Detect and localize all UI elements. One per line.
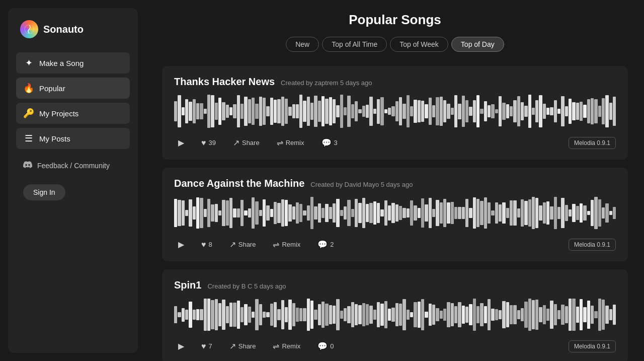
share-button-1[interactable]: ↗ Share bbox=[229, 136, 264, 150]
like-count-1: 39 bbox=[209, 139, 216, 147]
make-song-icon: ✦ bbox=[23, 57, 34, 68]
play-icon-3: ▶ bbox=[178, 341, 184, 351]
play-button-3[interactable]: ▶ bbox=[174, 339, 188, 353]
tab-top-of-week[interactable]: Top of Week bbox=[390, 37, 448, 52]
song-actions-3: ▶ ♥ 7 ↗ Share ⇌ Remix 💬 0 Melodia 0.9.1 bbox=[174, 339, 616, 353]
heart-icon-1: ♥ bbox=[201, 138, 206, 148]
like-button-3[interactable]: ♥ 7 bbox=[197, 340, 216, 353]
like-count-2: 8 bbox=[209, 241, 212, 248]
comment-button-3[interactable]: 💬 0 bbox=[313, 339, 338, 353]
song-meta-2: Created by David Mayo 5 days ago bbox=[310, 181, 413, 188]
song-header-3: Spin1 Created by B C 5 days ago bbox=[174, 279, 616, 291]
feedback-label: Feedback / Community bbox=[37, 162, 110, 170]
comment-icon-1: 💬 bbox=[321, 138, 332, 148]
projects-label: My Projects bbox=[39, 109, 78, 118]
remix-label-3: Remix bbox=[282, 342, 300, 350]
make-song-label: Make a Song bbox=[39, 59, 84, 67]
share-label-1: Share bbox=[242, 139, 260, 147]
remix-button-1[interactable]: ⇌ Remix bbox=[273, 136, 308, 150]
remix-icon-2: ⇌ bbox=[273, 240, 279, 249]
remix-button-2[interactable]: ⇌ Remix bbox=[269, 238, 304, 251]
share-button-2[interactable]: ↗ Share bbox=[225, 238, 260, 251]
posts-icon: ☰ bbox=[23, 133, 34, 144]
share-label-2: Share bbox=[238, 241, 256, 248]
comment-count-2: 2 bbox=[330, 241, 334, 248]
model-badge-1: Melodia 0.9.1 bbox=[569, 137, 616, 149]
model-badge-2: Melodia 0.9.1 bbox=[569, 239, 616, 251]
play-button-1[interactable]: ▶ bbox=[174, 136, 188, 150]
waveform-1 bbox=[174, 94, 616, 129]
like-count-3: 7 bbox=[209, 342, 212, 350]
like-button-2[interactable]: ♥ 8 bbox=[197, 238, 216, 251]
tab-new[interactable]: New bbox=[286, 37, 319, 52]
song-header-1: Thanks Hacker News Created by zaptrem 5 … bbox=[174, 76, 616, 88]
comment-icon-2: 💬 bbox=[317, 240, 328, 249]
sidebar-item-make-a-song[interactable]: ✦ Make a Song bbox=[16, 52, 130, 74]
remix-icon-3: ⇌ bbox=[273, 341, 279, 351]
remix-label-2: Remix bbox=[282, 241, 300, 248]
song-actions-1: ▶ ♥ 39 ↗ Share ⇌ Remix 💬 3 Melodia 0.9.1 bbox=[174, 136, 616, 150]
posts-label: My Posts bbox=[39, 134, 70, 143]
remix-button-3[interactable]: ⇌ Remix bbox=[269, 339, 304, 353]
like-button-1[interactable]: ♥ 39 bbox=[197, 136, 220, 150]
remix-label-1: Remix bbox=[286, 139, 304, 147]
filter-tabs: New Top of All Time Top of Week Top of D… bbox=[162, 37, 628, 52]
play-icon-2: ▶ bbox=[178, 240, 184, 249]
feedback-community-button[interactable]: Feedback / Community bbox=[16, 155, 130, 176]
comment-button-2[interactable]: 💬 2 bbox=[313, 238, 338, 251]
app-name: Sonauto bbox=[43, 24, 84, 35]
sidebar: Sonauto ✦ Make a Song 🔥 Popular 🔑 My Pro… bbox=[8, 8, 138, 353]
heart-icon-3: ♥ bbox=[201, 342, 206, 351]
play-button-2[interactable]: ▶ bbox=[174, 238, 188, 251]
song-title-3: Spin1 bbox=[174, 279, 201, 291]
waveform-3 bbox=[174, 297, 616, 332]
sign-in-label: Sign In bbox=[33, 188, 55, 196]
comment-icon-3: 💬 bbox=[317, 341, 328, 351]
waveform-2 bbox=[174, 195, 616, 231]
logo-row: Sonauto bbox=[16, 18, 130, 40]
song-card-3: Spin1 Created by B C 5 days ago ▶ ♥ 7 ↗ … bbox=[162, 269, 628, 361]
song-card-1: Thanks Hacker News Created by zaptrem 5 … bbox=[162, 66, 628, 160]
tab-top-of-day[interactable]: Top of Day bbox=[451, 37, 504, 52]
sidebar-item-popular[interactable]: 🔥 Popular bbox=[16, 78, 130, 99]
tab-top-of-all-time[interactable]: Top of All Time bbox=[322, 37, 387, 52]
share-button-3[interactable]: ↗ Share bbox=[225, 339, 260, 353]
comment-button-1[interactable]: 💬 3 bbox=[317, 136, 342, 150]
share-icon-3: ↗ bbox=[229, 341, 236, 351]
play-icon-1: ▶ bbox=[178, 138, 184, 148]
popular-icon: 🔥 bbox=[23, 83, 34, 94]
song-actions-2: ▶ ♥ 8 ↗ Share ⇌ Remix 💬 2 Melodia 0.9.1 bbox=[174, 238, 616, 251]
sidebar-item-my-posts[interactable]: ☰ My Posts bbox=[16, 128, 130, 149]
popular-label: Popular bbox=[39, 84, 65, 93]
discord-icon bbox=[23, 160, 32, 171]
song-header-2: Dance Against the Machine Created by Dav… bbox=[174, 178, 616, 189]
page-title: Popular Songs bbox=[162, 12, 628, 28]
comment-count-3: 0 bbox=[330, 342, 334, 350]
sidebar-item-my-projects[interactable]: 🔑 My Projects bbox=[16, 103, 130, 124]
sign-in-button[interactable]: Sign In bbox=[23, 184, 65, 200]
comment-count-1: 3 bbox=[334, 139, 338, 147]
share-icon-1: ↗ bbox=[233, 138, 239, 148]
heart-icon-2: ♥ bbox=[201, 240, 206, 249]
remix-icon-1: ⇌ bbox=[277, 138, 283, 148]
share-icon-2: ↗ bbox=[229, 240, 236, 249]
model-badge-3: Melodia 0.9.1 bbox=[569, 340, 616, 352]
song-meta-1: Created by zaptrem 5 days ago bbox=[281, 79, 372, 87]
song-title-2: Dance Against the Machine bbox=[174, 178, 304, 189]
main-content: Popular Songs New Top of All Time Top of… bbox=[146, 0, 644, 361]
app-logo-icon bbox=[20, 20, 38, 38]
song-meta-3: Created by B C 5 days ago bbox=[207, 282, 286, 290]
share-label-3: Share bbox=[238, 342, 256, 350]
song-title-1: Thanks Hacker News bbox=[174, 76, 275, 88]
projects-icon: 🔑 bbox=[23, 108, 34, 119]
song-card-2: Dance Against the Machine Created by Dav… bbox=[162, 168, 628, 261]
